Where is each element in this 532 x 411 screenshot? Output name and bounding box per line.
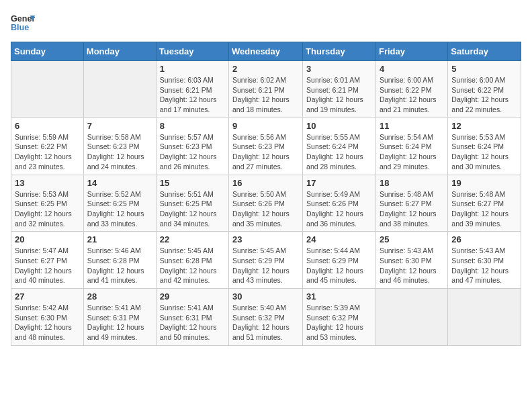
day-number: 18 — [380, 178, 444, 188]
day-info: Sunrise: 5:46 AM Sunset: 6:28 PM Dayligh… — [87, 246, 152, 285]
day-cell: 4Sunrise: 6:00 AM Sunset: 6:22 PM Daylig… — [375, 61, 447, 118]
day-number: 26 — [451, 234, 517, 244]
svg-text:Blue: Blue — [11, 23, 29, 32]
day-number: 13 — [15, 178, 80, 188]
day-number: 8 — [160, 121, 225, 131]
day-info: Sunrise: 5:55 AM Sunset: 6:24 PM Dayligh… — [306, 132, 372, 172]
day-number: 7 — [87, 121, 152, 131]
day-info: Sunrise: 5:44 AM Sunset: 6:29 PM Dayligh… — [306, 246, 372, 285]
day-cell: 22Sunrise: 5:45 AM Sunset: 6:28 PM Dayli… — [156, 232, 228, 289]
day-cell: 19Sunrise: 5:48 AM Sunset: 6:27 PM Dayli… — [448, 175, 521, 232]
day-cell: 28Sunrise: 5:41 AM Sunset: 6:31 PM Dayli… — [83, 289, 156, 346]
weekday-header-friday: Friday — [375, 42, 447, 61]
day-cell: 16Sunrise: 5:50 AM Sunset: 6:26 PM Dayli… — [229, 175, 303, 232]
day-number: 3 — [306, 64, 372, 74]
day-number: 25 — [380, 234, 444, 244]
day-info: Sunrise: 5:50 AM Sunset: 6:26 PM Dayligh… — [232, 189, 299, 229]
day-cell — [83, 61, 156, 118]
day-info: Sunrise: 5:43 AM Sunset: 6:30 PM Dayligh… — [380, 246, 444, 285]
day-cell: 23Sunrise: 5:45 AM Sunset: 6:29 PM Dayli… — [229, 232, 303, 289]
day-info: Sunrise: 5:39 AM Sunset: 6:32 PM Dayligh… — [306, 303, 372, 342]
day-info: Sunrise: 6:00 AM Sunset: 6:22 PM Dayligh… — [380, 75, 444, 115]
day-number: 23 — [232, 234, 299, 244]
day-info: Sunrise: 5:59 AM Sunset: 6:22 PM Dayligh… — [15, 132, 80, 172]
day-cell: 30Sunrise: 5:40 AM Sunset: 6:32 PM Dayli… — [229, 289, 303, 346]
day-cell: 15Sunrise: 5:51 AM Sunset: 6:25 PM Dayli… — [156, 175, 228, 232]
day-info: Sunrise: 6:03 AM Sunset: 6:21 PM Dayligh… — [160, 75, 225, 115]
day-cell: 24Sunrise: 5:44 AM Sunset: 6:29 PM Dayli… — [303, 232, 376, 289]
day-number: 21 — [87, 234, 152, 244]
day-cell: 17Sunrise: 5:49 AM Sunset: 6:26 PM Dayli… — [303, 175, 376, 232]
day-number: 22 — [160, 234, 225, 244]
day-cell: 10Sunrise: 5:55 AM Sunset: 6:24 PM Dayli… — [303, 118, 376, 175]
day-number: 19 — [451, 178, 517, 188]
day-number: 16 — [232, 178, 299, 188]
day-cell: 21Sunrise: 5:46 AM Sunset: 6:28 PM Dayli… — [83, 232, 156, 289]
day-number: 12 — [451, 121, 517, 131]
day-cell: 1Sunrise: 6:03 AM Sunset: 6:21 PM Daylig… — [156, 61, 228, 118]
day-cell: 3Sunrise: 6:01 AM Sunset: 6:21 PM Daylig… — [303, 61, 376, 118]
week-row-3: 13Sunrise: 5:53 AM Sunset: 6:25 PM Dayli… — [11, 175, 521, 232]
day-cell: 26Sunrise: 5:43 AM Sunset: 6:30 PM Dayli… — [448, 232, 521, 289]
day-info: Sunrise: 6:00 AM Sunset: 6:22 PM Dayligh… — [451, 75, 517, 115]
day-info: Sunrise: 5:49 AM Sunset: 6:26 PM Dayligh… — [306, 189, 372, 229]
weekday-header-monday: Monday — [83, 42, 156, 61]
header: General Blue — [11, 11, 521, 35]
weekday-header-thursday: Thursday — [303, 42, 376, 61]
day-info: Sunrise: 5:41 AM Sunset: 6:31 PM Dayligh… — [160, 303, 225, 342]
day-cell: 18Sunrise: 5:48 AM Sunset: 6:27 PM Dayli… — [375, 175, 447, 232]
day-info: Sunrise: 5:45 AM Sunset: 6:29 PM Dayligh… — [232, 246, 299, 285]
day-number: 14 — [87, 178, 152, 188]
day-number: 15 — [160, 178, 225, 188]
day-info: Sunrise: 5:52 AM Sunset: 6:25 PM Dayligh… — [87, 189, 152, 229]
day-info: Sunrise: 5:53 AM Sunset: 6:24 PM Dayligh… — [451, 132, 517, 172]
day-cell: 25Sunrise: 5:43 AM Sunset: 6:30 PM Dayli… — [375, 232, 447, 289]
day-number: 1 — [160, 64, 225, 74]
day-number: 17 — [306, 178, 372, 188]
day-number: 5 — [451, 64, 517, 74]
day-cell: 27Sunrise: 5:42 AM Sunset: 6:30 PM Dayli… — [11, 289, 84, 346]
weekday-header-sunday: Sunday — [11, 42, 84, 61]
week-row-1: 1Sunrise: 6:03 AM Sunset: 6:21 PM Daylig… — [11, 61, 521, 118]
day-info: Sunrise: 5:56 AM Sunset: 6:23 PM Dayligh… — [232, 132, 299, 172]
day-number: 20 — [15, 234, 80, 244]
weekday-header-tuesday: Tuesday — [156, 42, 228, 61]
day-cell: 6Sunrise: 5:59 AM Sunset: 6:22 PM Daylig… — [11, 118, 84, 175]
day-info: Sunrise: 5:42 AM Sunset: 6:30 PM Dayligh… — [15, 303, 80, 342]
day-number: 24 — [306, 234, 372, 244]
day-number: 2 — [232, 64, 299, 74]
day-cell — [448, 289, 521, 346]
day-number: 9 — [232, 121, 299, 131]
day-info: Sunrise: 5:40 AM Sunset: 6:32 PM Dayligh… — [232, 303, 299, 342]
day-cell: 7Sunrise: 5:58 AM Sunset: 6:23 PM Daylig… — [83, 118, 156, 175]
logo-icon: General Blue — [11, 11, 35, 35]
week-row-2: 6Sunrise: 5:59 AM Sunset: 6:22 PM Daylig… — [11, 118, 521, 175]
day-cell: 13Sunrise: 5:53 AM Sunset: 6:25 PM Dayli… — [11, 175, 84, 232]
day-info: Sunrise: 5:54 AM Sunset: 6:24 PM Dayligh… — [380, 132, 444, 172]
day-number: 10 — [306, 121, 372, 131]
day-cell — [375, 289, 447, 346]
day-number: 31 — [306, 291, 372, 302]
day-info: Sunrise: 5:57 AM Sunset: 6:23 PM Dayligh… — [160, 132, 225, 172]
day-cell: 2Sunrise: 6:02 AM Sunset: 6:21 PM Daylig… — [229, 61, 303, 118]
weekday-header-row: SundayMondayTuesdayWednesdayThursdayFrid… — [11, 42, 521, 61]
calendar-table: SundayMondayTuesdayWednesdayThursdayFrid… — [11, 42, 521, 346]
day-cell: 31Sunrise: 5:39 AM Sunset: 6:32 PM Dayli… — [303, 289, 376, 346]
day-cell: 5Sunrise: 6:00 AM Sunset: 6:22 PM Daylig… — [448, 61, 521, 118]
day-cell: 11Sunrise: 5:54 AM Sunset: 6:24 PM Dayli… — [375, 118, 447, 175]
day-info: Sunrise: 5:51 AM Sunset: 6:25 PM Dayligh… — [160, 189, 225, 229]
week-row-5: 27Sunrise: 5:42 AM Sunset: 6:30 PM Dayli… — [11, 289, 521, 346]
day-cell: 29Sunrise: 5:41 AM Sunset: 6:31 PM Dayli… — [156, 289, 228, 346]
day-number: 28 — [87, 291, 152, 302]
day-number: 11 — [380, 121, 444, 131]
day-info: Sunrise: 5:58 AM Sunset: 6:23 PM Dayligh… — [87, 132, 152, 172]
day-number: 6 — [15, 121, 80, 131]
day-cell — [11, 61, 84, 118]
day-info: Sunrise: 5:48 AM Sunset: 6:27 PM Dayligh… — [451, 189, 517, 229]
day-number: 30 — [232, 291, 299, 302]
day-info: Sunrise: 6:01 AM Sunset: 6:21 PM Dayligh… — [306, 75, 372, 115]
day-info: Sunrise: 6:02 AM Sunset: 6:21 PM Dayligh… — [232, 75, 299, 115]
day-cell: 20Sunrise: 5:47 AM Sunset: 6:27 PM Dayli… — [11, 232, 84, 289]
logo: General Blue — [11, 11, 35, 35]
day-info: Sunrise: 5:47 AM Sunset: 6:27 PM Dayligh… — [15, 246, 80, 285]
